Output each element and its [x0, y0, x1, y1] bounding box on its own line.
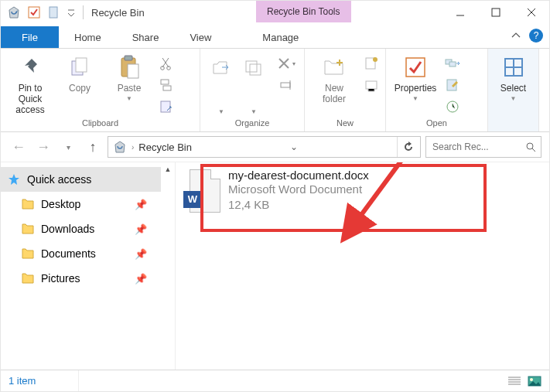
pin-icon: 📌: [135, 248, 147, 260]
paste-icon: [117, 55, 142, 80]
folder-icon: [21, 199, 35, 210]
ribbon-group-select: Select ▼: [488, 49, 539, 131]
chevron-down-icon: ▼: [218, 108, 224, 115]
edit-icon[interactable]: [443, 77, 462, 94]
group-label-open: Open: [386, 118, 487, 131]
status-bar: 1 item: [1, 370, 549, 391]
file-list[interactable]: W my-dearest-document.docx Microsoft Wor…: [175, 162, 549, 370]
item-count: 1 item: [9, 375, 36, 387]
address-bar[interactable]: › Recycle Bin ⌄: [108, 136, 421, 158]
pin-icon: [18, 55, 43, 80]
sidebar-label: Pictures: [41, 272, 80, 285]
svg-rect-4: [76, 58, 87, 72]
qat-properties-icon[interactable]: [27, 5, 41, 19]
breadcrumb[interactable]: Recycle Bin: [138, 141, 192, 153]
tab-share[interactable]: Share: [117, 26, 175, 48]
svg-rect-2: [492, 9, 500, 16]
search-input[interactable]: [431, 141, 522, 153]
history-icon[interactable]: [443, 98, 462, 115]
paste-shortcut-icon[interactable]: [157, 98, 176, 115]
copy-path-icon[interactable]: [157, 77, 176, 94]
new-folder-icon: [322, 55, 347, 80]
svg-rect-15: [281, 83, 290, 87]
cut-icon[interactable]: [157, 55, 176, 72]
svg-rect-18: [366, 81, 377, 89]
minimize-button[interactable]: [442, 1, 478, 24]
select-button[interactable]: Select ▼: [493, 52, 534, 115]
sidebar-item-pictures[interactable]: Pictures 📌: [1, 266, 161, 291]
folder-icon: [21, 223, 35, 234]
large-icons-view-button[interactable]: [528, 376, 541, 387]
svg-point-17: [373, 57, 377, 62]
sidebar-item-quick-access[interactable]: Quick access: [1, 167, 161, 192]
open-icon[interactable]: [443, 55, 462, 72]
sidebar-item-documents[interactable]: Documents 📌: [1, 241, 161, 266]
ribbon-tabs: File Home Share View Manage ?: [1, 24, 549, 49]
chevron-down-icon: ▼: [412, 95, 418, 102]
collapse-ribbon-icon[interactable]: [509, 29, 523, 43]
select-icon: [501, 55, 526, 80]
sidebar-label: Desktop: [41, 198, 80, 210]
chevron-down-icon: ▼: [126, 95, 132, 102]
file-explorer-window: Recycle Bin Recycle Bin Tools File Home …: [0, 0, 550, 392]
delete-button[interactable]: ▾: [273, 55, 299, 72]
pin-to-quick-access-button[interactable]: Pin to Quick access: [5, 52, 55, 115]
svg-point-25: [527, 143, 533, 149]
tab-home[interactable]: Home: [59, 26, 117, 48]
svg-line-26: [346, 162, 466, 236]
address-dropdown-icon[interactable]: ⌄: [287, 141, 301, 152]
copy-to-button[interactable]: ▼: [237, 52, 270, 115]
easy-access-icon[interactable]: [362, 77, 381, 94]
new-item-icon[interactable]: [362, 55, 381, 72]
up-button[interactable]: ↑: [83, 137, 103, 157]
search-box[interactable]: [425, 136, 541, 158]
sidebar-item-downloads[interactable]: Downloads 📌: [1, 216, 161, 241]
sidebar-item-desktop[interactable]: Desktop 📌: [1, 192, 161, 216]
tab-file[interactable]: File: [1, 26, 59, 48]
qat-document-icon[interactable]: [47, 5, 61, 19]
forward-button[interactable]: →: [33, 137, 53, 157]
move-to-icon: [209, 55, 234, 77]
ribbon-group-clipboard: Pin to Quick access Copy Paste ▼ Clipbo: [1, 49, 200, 131]
pin-icon: 📌: [135, 199, 147, 210]
close-button[interactable]: [514, 1, 549, 24]
rename-button[interactable]: [273, 77, 299, 94]
maximize-button[interactable]: [478, 1, 514, 24]
chevron-right-icon[interactable]: ›: [132, 143, 134, 152]
recycle-bin-icon: [7, 5, 21, 19]
new-folder-button[interactable]: New folder: [309, 52, 359, 115]
body: Quick access Desktop 📌 Downloads 📌 Docum…: [1, 162, 549, 370]
chevron-down-icon: ▼: [511, 95, 517, 102]
ribbon: Pin to Quick access Copy Paste ▼ Clipbo: [1, 49, 549, 132]
svg-rect-14: [250, 64, 261, 75]
svg-rect-12: [161, 101, 170, 112]
window-title: Recycle Bin: [91, 7, 145, 19]
search-icon[interactable]: [525, 141, 536, 152]
copy-to-icon: [241, 55, 266, 77]
help-icon[interactable]: ?: [529, 29, 543, 43]
sidebar-scrollbar[interactable]: ▲: [161, 162, 175, 370]
svg-rect-11: [163, 86, 171, 90]
ribbon-group-open: Properties ▼ Open: [386, 49, 488, 131]
tab-view[interactable]: View: [174, 26, 227, 48]
svg-rect-19: [406, 58, 425, 77]
contextual-tab-label[interactable]: Recycle Bin Tools: [256, 1, 351, 22]
paste-button[interactable]: Paste ▼: [104, 52, 154, 115]
refresh-button[interactable]: [397, 137, 415, 157]
scroll-up-icon[interactable]: ▲: [162, 164, 173, 175]
properties-icon: [403, 55, 428, 80]
copy-button[interactable]: Copy: [55, 52, 104, 115]
tab-manage[interactable]: Manage: [247, 26, 314, 48]
qat-customize-icon[interactable]: [67, 5, 75, 19]
svg-rect-13: [246, 61, 257, 72]
properties-button[interactable]: Properties ▼: [391, 52, 440, 115]
details-view-button[interactable]: [507, 376, 521, 387]
recent-locations-button[interactable]: ▾: [58, 137, 78, 157]
recycle-bin-icon: [113, 140, 127, 154]
sidebar-label: Quick access: [27, 173, 91, 186]
group-label-organize: Organize: [200, 118, 304, 131]
pin-icon: 📌: [135, 273, 147, 285]
sidebar-label: Documents: [41, 247, 96, 260]
back-button[interactable]: ←: [9, 137, 29, 157]
move-to-button[interactable]: ▼: [205, 52, 237, 115]
